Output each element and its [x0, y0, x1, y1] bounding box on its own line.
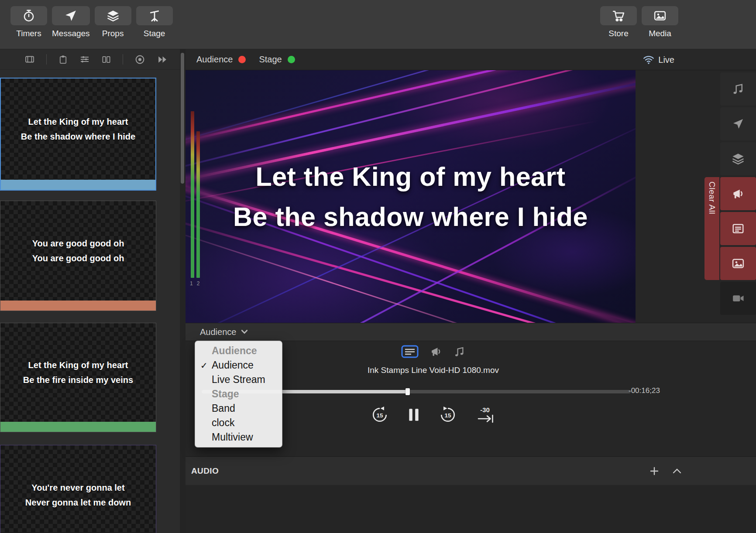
clear-announcements-button[interactable]: [720, 177, 756, 210]
slide-2-text: You are good good oh You are good good o…: [0, 201, 156, 300]
vu-meter-1: [191, 111, 194, 278]
clear-slide-button[interactable]: [720, 212, 756, 245]
audio-filter-icon[interactable]: [454, 346, 465, 358]
media-button[interactable]: Media: [642, 6, 678, 38]
slide-2-group-color-bar: [0, 301, 156, 311]
send-icon: [64, 9, 77, 22]
svg-text:-30: -30: [480, 406, 490, 413]
audience-output-tab[interactable]: Audience: [196, 55, 246, 65]
slide-panel: Let the King of my heart Be the shadow w…: [0, 49, 180, 533]
vu-meter-labels: 12: [190, 280, 199, 287]
video-input-camera-icon: [732, 292, 745, 305]
output-selector-bar: Audience: [186, 323, 756, 341]
slide-thumbnail-3[interactable]: Let the King of my heart Be the fire ins…: [0, 323, 156, 432]
store-button[interactable]: Store: [600, 6, 637, 38]
slide-4-text: You're never gonna let Never gonna let m…: [0, 445, 156, 533]
layers-icon: [107, 9, 120, 22]
audio-section-title: AUDIO: [191, 466, 219, 476]
media-label: Media: [649, 29, 671, 38]
announcements-megaphone-icon: [732, 187, 745, 200]
preview-header: Audience Stage Live: [186, 49, 756, 70]
audio-section-actions: [649, 457, 682, 485]
stage-live-dot: [288, 56, 295, 63]
audience-tab-label: Audience: [196, 55, 233, 65]
slide-layer-filter-icon[interactable]: [401, 345, 419, 358]
slide-1-group-color-bar: [1, 180, 155, 190]
slide-3-group-color-bar: [0, 422, 156, 432]
clear-props-button[interactable]: [720, 142, 756, 175]
audience-preview-output[interactable]: 12 Let the King of my heart Be the shado…: [186, 70, 636, 323]
pause-button[interactable]: [407, 407, 420, 422]
media-photo-icon: [653, 9, 667, 22]
toolbar-separator: [46, 54, 47, 65]
menu-item-multiview[interactable]: Multiview: [195, 430, 282, 444]
media-image-icon: [732, 257, 745, 270]
rewind-15-button[interactable]: 15: [371, 406, 389, 424]
record-target-icon[interactable]: [134, 54, 145, 65]
slide-3-text: Let the King of my heart Be the fire ins…: [0, 323, 156, 421]
menu-item-clock[interactable]: clock: [195, 416, 282, 430]
menu-item-audience[interactable]: ✓Audience: [195, 358, 282, 372]
chevron-down-icon[interactable]: [241, 330, 247, 334]
slide-thumbnail-4[interactable]: You're never gonna let Never gonna let m…: [0, 445, 156, 533]
live-indicator[interactable]: Live: [643, 49, 674, 70]
timers-button[interactable]: Timers: [10, 6, 47, 38]
scrollbar-thumb[interactable]: [181, 53, 184, 184]
collapse-audio-chevron-icon[interactable]: [672, 466, 682, 476]
clear-all-label: Clear All: [707, 177, 717, 280]
vu-meter-2: [196, 131, 200, 278]
next-playlist-icon[interactable]: [157, 54, 168, 65]
menu-header-audience-group: Audience: [195, 344, 282, 358]
messages-label: Messages: [52, 29, 90, 38]
messages-send-icon: [732, 118, 744, 130]
output-dropdown-menu: Audience ✓Audience Live Stream Stage Ban…: [195, 341, 282, 448]
menu-item-live-stream[interactable]: Live Stream: [195, 372, 282, 387]
slide-1-text: Let the King of my heart Be the shadow w…: [1, 79, 155, 179]
forward-15-button[interactable]: 15: [439, 406, 457, 424]
svg-text:15: 15: [444, 412, 451, 419]
slide-thumbnail-1[interactable]: Let the King of my heart Be the shadow w…: [0, 78, 156, 191]
toolbar-right-group: Store Media: [600, 6, 678, 38]
clear-all-button[interactable]: Clear All: [704, 177, 719, 280]
propresenter-window: Timers Messages Props Stage: [0, 0, 756, 533]
slide-panel-toolbar: [0, 49, 180, 70]
stage-tab-label: Stage: [259, 55, 282, 65]
props-label: Props: [102, 29, 124, 38]
clear-layer-column: [720, 72, 756, 317]
copy-icon[interactable]: [58, 55, 68, 65]
clear-video-input-button[interactable]: [720, 282, 756, 315]
top-toolbar: Timers Messages Props Stage: [0, 0, 756, 49]
add-audio-icon[interactable]: [649, 466, 660, 476]
live-label: Live: [658, 55, 674, 65]
time-remaining: -00:16;23: [629, 386, 677, 395]
props-button[interactable]: Props: [95, 6, 131, 38]
slide-thumbnail-2[interactable]: You are good good oh You are good good o…: [0, 201, 156, 311]
output-selector-value[interactable]: Audience: [200, 327, 236, 337]
stage-button[interactable]: Stage: [136, 6, 173, 38]
audio-section-body: [186, 485, 756, 533]
slide-panel-scrollbar[interactable]: [180, 49, 186, 533]
wifi-icon: [643, 55, 654, 65]
shopping-cart-icon: [612, 9, 625, 22]
audio-vu-meters: [191, 111, 200, 278]
announcements-filter-icon[interactable]: [430, 345, 442, 358]
stage-output-tab[interactable]: Stage: [259, 55, 295, 65]
audio-section-header[interactable]: AUDIO: [186, 456, 756, 485]
clear-media-button[interactable]: [720, 247, 756, 280]
stage-stand-icon: [148, 9, 161, 22]
messages-button[interactable]: Messages: [52, 6, 90, 38]
svg-text:15: 15: [376, 412, 383, 419]
clear-audio-button[interactable]: [720, 72, 756, 106]
audience-live-dot: [238, 56, 246, 63]
arrangement-sliders-icon[interactable]: [79, 54, 90, 65]
clear-messages-button[interactable]: [720, 107, 756, 140]
skip-30-to-end-button[interactable]: -30: [475, 406, 496, 424]
toolbar-left-group: Timers Messages Props Stage: [10, 6, 173, 38]
columns-layout-icon[interactable]: [101, 55, 111, 65]
stage-label: Stage: [144, 29, 165, 38]
show-display-icon[interactable]: [24, 54, 35, 65]
menu-item-band[interactable]: Band: [195, 401, 282, 416]
toolbar-separator: [123, 54, 123, 65]
menu-header-stage-group: Stage: [195, 387, 282, 401]
progress-handle[interactable]: [405, 388, 410, 395]
